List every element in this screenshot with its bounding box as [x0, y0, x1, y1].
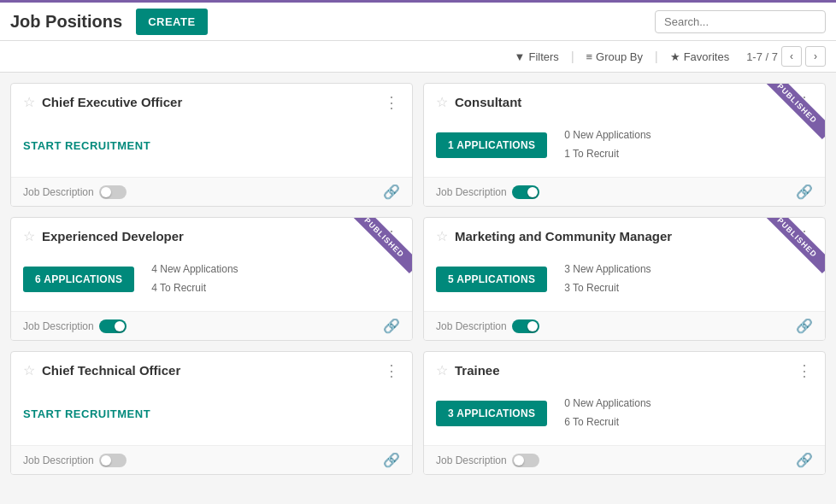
- toggle-track[interactable]: [99, 454, 127, 467]
- job-description-label: Job Description: [23, 454, 94, 466]
- card-menu-icon[interactable]: ⋮: [797, 363, 813, 378]
- favorite-star-icon[interactable]: ☆: [23, 94, 35, 110]
- card-title-row: ☆ Marketing and Community Manager: [436, 228, 672, 244]
- app-stats: 4 New Applications 4 To Recruit: [151, 261, 238, 297]
- new-applications: 0 New Applications: [564, 395, 651, 413]
- card-trainee: ☆ Trainee ⋮ 3 APPLICATIONS 0 New Applica…: [423, 351, 826, 475]
- job-description-label: Job Description: [436, 454, 507, 466]
- card-footer: Job Description 🔗: [11, 177, 412, 206]
- start-recruitment-link[interactable]: START RECRUITMENT: [23, 407, 150, 420]
- external-link-icon[interactable]: 🔗: [796, 318, 813, 334]
- filters-label: Filters: [528, 50, 558, 63]
- to-recruit: 1 To Recruit: [564, 145, 651, 164]
- card-header: ☆ Trainee ⋮: [424, 352, 825, 385]
- applications-button[interactable]: 3 APPLICATIONS: [436, 401, 547, 426]
- card-menu-icon[interactable]: ⋮: [797, 229, 813, 244]
- card-menu-icon[interactable]: ⋮: [384, 95, 400, 110]
- card-header: ☆ Marketing and Community Manager ⋮: [424, 218, 825, 251]
- card-marketing-community-manager: ☆ Marketing and Community Manager ⋮ PUBL…: [423, 217, 826, 341]
- toggle-thumb: [527, 187, 538, 197]
- external-link-icon[interactable]: 🔗: [796, 184, 813, 200]
- pagination-text: 1-7 / 7: [746, 50, 778, 63]
- card-body: 1 APPLICATIONS 0 New Applications 1 To R…: [424, 117, 825, 177]
- create-button[interactable]: CREATE: [136, 9, 207, 35]
- card-consultant: ☆ Consultant ⋮ PUBLISHED 1 APPLICATIONS …: [423, 83, 826, 207]
- job-description-toggle[interactable]: Job Description: [23, 319, 127, 333]
- job-description-toggle[interactable]: Job Description: [436, 319, 539, 333]
- prev-page-button[interactable]: ‹: [781, 46, 802, 67]
- applications-button[interactable]: 5 APPLICATIONS: [436, 267, 547, 292]
- next-page-button[interactable]: ›: [805, 46, 826, 67]
- card-menu-icon[interactable]: ⋮: [797, 95, 813, 110]
- groupby-button[interactable]: ≡ Group By: [580, 47, 651, 67]
- search-input[interactable]: [655, 10, 826, 33]
- favorite-star-icon[interactable]: ☆: [23, 362, 35, 378]
- favorite-star-icon[interactable]: ☆: [23, 228, 35, 244]
- external-link-icon[interactable]: 🔗: [796, 452, 813, 468]
- card-header: ☆ Chief Technical Officer ⋮: [11, 352, 412, 385]
- card-title-row: ☆ Experienced Developer: [23, 228, 184, 244]
- card-chief-technical-officer: ☆ Chief Technical Officer ⋮ START RECRUI…: [10, 351, 413, 475]
- card-body: 3 APPLICATIONS 0 New Applications 6 To R…: [424, 385, 825, 445]
- card-title: Trainee: [455, 363, 500, 378]
- card-title: Consultant: [455, 95, 521, 109]
- external-link-icon[interactable]: 🔗: [383, 452, 400, 468]
- divider-2: |: [655, 50, 658, 63]
- card-menu-icon[interactable]: ⋮: [384, 363, 400, 378]
- toggle-track[interactable]: [512, 454, 539, 467]
- favorite-star-icon[interactable]: ☆: [436, 94, 448, 110]
- card-title: Marketing and Community Manager: [455, 229, 672, 243]
- favorite-star-icon[interactable]: ☆: [436, 362, 448, 378]
- job-description-toggle[interactable]: Job Description: [436, 185, 539, 199]
- card-body: 6 APPLICATIONS 4 New Applications 4 To R…: [11, 251, 412, 311]
- card-header: ☆ Chief Executive Officer ⋮: [11, 84, 412, 117]
- external-link-icon[interactable]: 🔗: [383, 184, 400, 200]
- new-applications: 3 New Applications: [564, 261, 651, 279]
- card-experienced-developer: ☆ Experienced Developer ⋮ PUBLISHED 6 AP…: [10, 217, 413, 341]
- start-recruitment-link[interactable]: START RECRUITMENT: [23, 139, 150, 152]
- card-menu-icon[interactable]: ⋮: [384, 229, 400, 244]
- card-header: ☆ Experienced Developer ⋮: [11, 218, 412, 251]
- external-link-icon[interactable]: 🔗: [383, 318, 400, 334]
- card-footer: Job Description 🔗: [424, 177, 825, 206]
- card-title-row: ☆ Chief Technical Officer: [23, 362, 180, 378]
- card-title-row: ☆ Trainee: [436, 362, 500, 378]
- card-footer: Job Description 🔗: [11, 311, 412, 340]
- job-description-toggle[interactable]: Job Description: [436, 454, 539, 467]
- card-chief-executive-officer: ☆ Chief Executive Officer ⋮ START RECRUI…: [10, 83, 413, 207]
- toggle-thumb: [101, 187, 111, 197]
- toggle-track[interactable]: [99, 319, 127, 333]
- job-description-toggle[interactable]: Job Description: [23, 454, 127, 467]
- job-description-toggle[interactable]: Job Description: [23, 185, 127, 199]
- card-body: START RECRUITMENT: [11, 117, 412, 177]
- app-stats: 0 New Applications 6 To Recruit: [564, 395, 651, 431]
- page-title: Job Positions: [10, 12, 122, 32]
- cards-container: ☆ Chief Executive Officer ⋮ START RECRUI…: [0, 73, 836, 485]
- toggle-track[interactable]: [512, 185, 539, 199]
- filters-button[interactable]: ▼ Filters: [508, 47, 566, 67]
- card-body: START RECRUITMENT: [11, 385, 412, 445]
- job-description-label: Job Description: [436, 186, 507, 198]
- card-footer: Job Description 🔗: [424, 311, 825, 340]
- toggle-track[interactable]: [512, 319, 539, 333]
- filter-icon: ▼: [515, 50, 526, 63]
- groupby-icon: ≡: [586, 50, 593, 63]
- card-title: Chief Executive Officer: [42, 95, 182, 109]
- toggle-track[interactable]: [99, 185, 127, 199]
- groupby-label: Group By: [596, 50, 643, 63]
- card-header: ☆ Consultant ⋮: [424, 84, 825, 117]
- card-footer: Job Description 🔗: [424, 445, 825, 474]
- card-body: 5 APPLICATIONS 3 New Applications 3 To R…: [424, 251, 825, 311]
- card-footer: Job Description 🔗: [11, 445, 412, 474]
- applications-button[interactable]: 6 APPLICATIONS: [23, 267, 134, 292]
- star-icon: ★: [670, 50, 680, 63]
- toggle-thumb: [101, 455, 111, 466]
- app-stats: 0 New Applications 1 To Recruit: [564, 126, 651, 163]
- favorites-button[interactable]: ★ Favorites: [663, 47, 736, 67]
- toggle-thumb: [115, 321, 125, 331]
- favorite-star-icon[interactable]: ☆: [436, 228, 448, 244]
- card-title-row: ☆ Consultant: [436, 94, 521, 110]
- applications-button[interactable]: 1 APPLICATIONS: [436, 132, 547, 158]
- new-applications: 4 New Applications: [151, 261, 238, 279]
- toggle-thumb: [514, 455, 524, 466]
